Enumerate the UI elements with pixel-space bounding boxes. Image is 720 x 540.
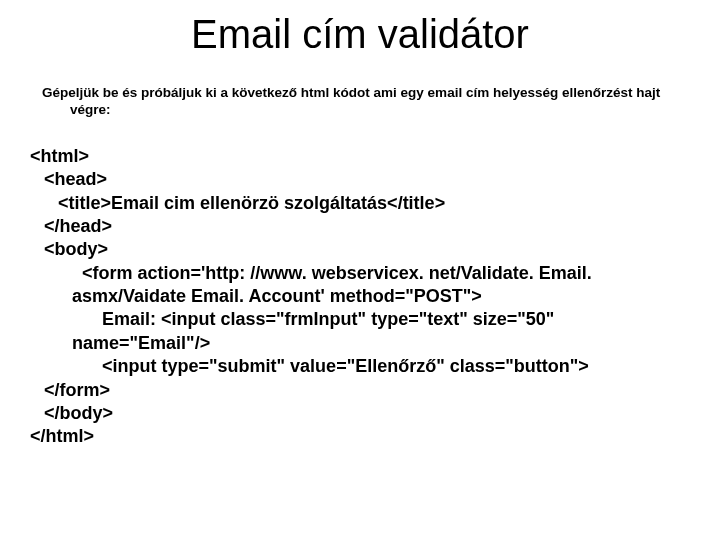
code-line: </head> bbox=[44, 215, 690, 238]
code-line: </form> bbox=[44, 379, 690, 402]
code-text: <input type="submit" value="Ellenőrző" c… bbox=[102, 356, 589, 376]
code-block: <html> <head> <title>Email cim ellenörzö… bbox=[30, 145, 690, 449]
slide-title: Email cím validátor bbox=[30, 12, 690, 57]
code-line: Email: <input class="frmInput" type="tex… bbox=[30, 308, 690, 355]
slide-subtitle: Gépeljük be és próbáljuk ki a következő … bbox=[64, 85, 690, 119]
code-line: </body> bbox=[44, 402, 690, 425]
code-line: <body> bbox=[44, 238, 690, 261]
code-line: <title>Email cim ellenörzö szolgáltatás<… bbox=[58, 192, 690, 215]
code-text: <form action='http: //www. webservicex. … bbox=[72, 263, 592, 306]
slide: Email cím validátor Gépeljük be és próbá… bbox=[0, 0, 720, 540]
code-line: <form action='http: //www. webservicex. … bbox=[30, 262, 690, 309]
code-line: </html> bbox=[30, 425, 690, 448]
code-text: Email: <input class="frmInput" type="tex… bbox=[72, 309, 554, 352]
code-line: <input type="submit" value="Ellenőrző" c… bbox=[30, 355, 690, 378]
code-line: <html> bbox=[30, 145, 690, 168]
code-line: <head> bbox=[44, 168, 690, 191]
